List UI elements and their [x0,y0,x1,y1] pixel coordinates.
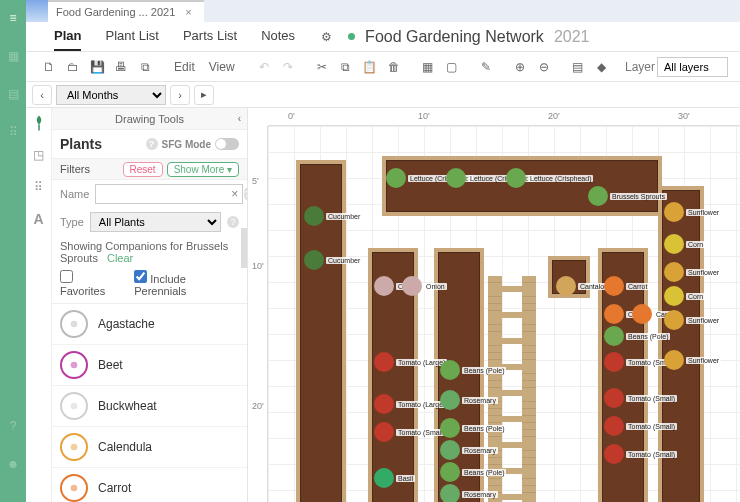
redo-icon[interactable]: ↷ [277,56,299,78]
zoom-in-icon[interactable]: ⊕ [509,56,531,78]
scrollbar[interactable] [241,228,247,502]
planted-item[interactable]: Lettuce (Crisphead) [506,168,593,188]
type-select[interactable]: All Plants [90,212,221,232]
planted-item[interactable]: Rosemary [440,440,498,460]
tool-structures-icon[interactable]: ◳ [30,146,48,164]
layer-select[interactable]: All layers [657,57,728,77]
plant-item[interactable]: Calendula [52,427,247,468]
month-next-icon[interactable]: › [170,85,190,105]
planted-item[interactable]: Tomato (Large) [374,352,447,372]
canvas[interactable]: 0'10'20'30' 5'10'20' Cucumber Cucumber L… [248,108,740,502]
plant-item[interactable]: Beet [52,345,247,386]
color-icon[interactable]: ◆ [591,56,613,78]
zoom-out-icon[interactable]: ⊖ [533,56,555,78]
planted-item[interactable]: Beans (Pole) [440,462,506,482]
rail-item-share-icon[interactable]: ⠿ [5,124,21,140]
trellis[interactable] [488,312,536,318]
planted-item[interactable]: Rosemary [440,484,498,502]
undo-icon[interactable]: ↶ [253,56,275,78]
close-tab-icon[interactable]: × [181,6,195,18]
tab-plan[interactable]: Plan [54,22,81,51]
delete-icon[interactable]: 🗑 [383,56,405,78]
paste-icon[interactable]: 📋 [359,56,381,78]
menu-icon[interactable]: ≡ [5,10,21,26]
month-prev-icon[interactable]: ‹ [32,85,52,105]
clear-companions-button[interactable]: Clear [107,252,133,264]
sfg-help-icon[interactable]: ? [146,138,158,150]
planted-item[interactable]: Sunflower [664,310,721,330]
favorites-checkbox[interactable]: Favorites [60,270,120,297]
planted-item[interactable]: Tomato (Small) [604,388,677,408]
edit-menu[interactable]: Edit [168,60,201,74]
view-menu[interactable]: View [203,60,241,74]
month-play-icon[interactable]: ▸ [194,85,214,105]
planted-item[interactable]: Onion [402,276,447,296]
planted-item[interactable]: Beans (Pole) [604,326,670,346]
info-icon[interactable]: ▤ [567,56,589,78]
plant-marker-icon [446,168,466,188]
type-label: Type [60,216,84,228]
planted-item[interactable]: Tomato (Small) [604,416,677,436]
planted-item[interactable]: Rosemary [440,390,498,410]
plant-item[interactable]: Buckwheat [52,386,247,427]
note-icon[interactable]: ✎ [475,56,497,78]
trellis[interactable] [488,286,536,292]
clear-input-icon[interactable]: × [231,187,238,201]
print-icon[interactable]: 🖶 [110,56,132,78]
tool-shapes-icon[interactable]: ⠿ [30,178,48,196]
show-more-button[interactable]: Show More ▾ [167,162,239,177]
planted-item[interactable]: Corn [664,286,705,306]
planted-item[interactable]: Sunflower [664,350,721,370]
plant-list[interactable]: Agastache Beet Buckwheat Calendula Carro… [52,303,247,502]
rail-item-doc-icon[interactable]: ▤ [5,86,21,102]
rail-help-icon[interactable]: ? [5,418,21,434]
tab-notes[interactable]: Notes [261,22,295,51]
filters-label: Filters [60,163,90,175]
planted-item[interactable]: Sunflower [664,262,721,282]
rail-item-grid-icon[interactable]: ▦ [5,48,21,64]
collapse-icon[interactable]: ‹ [238,113,241,124]
panel-header[interactable]: Drawing Tools ‹ [52,108,247,130]
grid-toggle-icon[interactable]: ▦ [417,56,439,78]
planted-item[interactable]: Cucumber [304,250,362,270]
type-help-icon[interactable]: ? [227,216,239,228]
save-icon[interactable]: 💾 [86,56,108,78]
tool-plants-icon[interactable] [30,114,48,132]
sfg-toggle[interactable] [215,138,239,150]
garden-stage[interactable]: Cucumber Cucumber Lettuce (Crisphead) Le… [268,126,740,502]
tool-rail: ◳ ⠿ A [26,108,52,502]
plant-item[interactable]: Carrot [52,468,247,502]
planted-item[interactable]: Corn [664,234,705,254]
planted-item[interactable]: Carrot [604,276,649,296]
rail-user-icon[interactable]: ☻ [5,456,21,472]
document-tab[interactable]: Food Gardening ... 2021 × [48,0,204,22]
planted-item[interactable]: Tomato (Small) [374,422,447,442]
plant-label: Cucumber [326,257,362,264]
planted-item[interactable]: Cucumber [304,206,362,226]
settings-icon[interactable]: ⚙ [321,30,332,44]
cut-icon[interactable]: ✂ [311,56,333,78]
planted-item[interactable]: Beans (Pole) [440,418,506,438]
ruler-vertical: 5'10'20' [248,126,268,502]
planted-item[interactable]: Tomato (Small) [604,444,677,464]
planted-item[interactable]: Brussels Sprouts [588,186,667,206]
planted-item[interactable]: Tomato (Large) [374,394,447,414]
planted-item[interactable]: Basil [374,468,415,488]
tool-text-icon[interactable]: A [30,210,48,228]
tab-parts-list[interactable]: Parts List [183,22,237,51]
reset-button[interactable]: Reset [123,162,163,177]
perennials-checkbox[interactable]: Include Perennials [134,270,239,297]
snap-icon[interactable]: ▢ [441,56,463,78]
name-input[interactable] [95,184,243,204]
export-icon[interactable]: ⧉ [134,56,156,78]
tab-plant-list[interactable]: Plant List [105,22,158,51]
plant-label: Cucumber [326,213,362,220]
planted-item[interactable]: Beans (Pole) [440,360,506,380]
month-select[interactable]: All Months [56,85,166,105]
planted-item[interactable]: Sunflower [664,202,721,222]
trellis[interactable] [488,338,536,344]
copy-icon[interactable]: ⧉ [335,56,357,78]
plant-item[interactable]: Agastache [52,304,247,345]
new-file-icon[interactable]: 🗋 [38,56,60,78]
open-file-icon[interactable]: 🗀 [62,56,84,78]
